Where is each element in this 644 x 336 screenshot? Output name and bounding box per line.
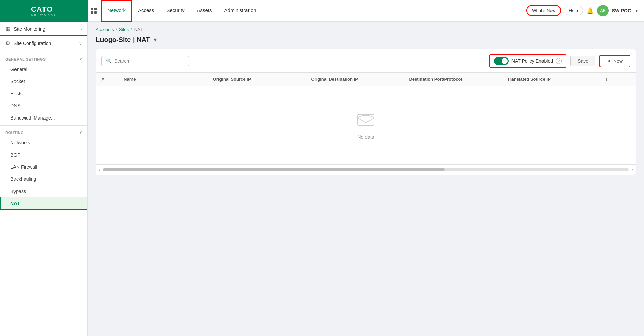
svg-rect-2 xyxy=(91,11,93,14)
save-button[interactable]: Save xyxy=(570,56,595,66)
scrollbar-area: ‹ › xyxy=(96,164,636,175)
svg-rect-3 xyxy=(94,11,97,14)
config-icon: ⚙ xyxy=(5,40,10,46)
sidebar-item-lan-firewall[interactable]: LAN Firewall xyxy=(0,161,87,173)
nat-policy-label: NAT Policy Enabled xyxy=(511,58,553,64)
col-header-name: Name xyxy=(118,73,207,86)
table-header-row: # Name Original Source IP Original Desti… xyxy=(96,73,636,86)
col-header-dst-port: Destination Port/Protocol xyxy=(404,73,502,86)
table-empty-row: No data xyxy=(96,86,636,164)
chevron-right-icon: › xyxy=(81,27,82,31)
breadcrumb-nat: NAT xyxy=(134,27,143,32)
plus-icon: ✦ xyxy=(607,58,611,64)
nat-toggle-group: NAT Policy Enabled ? xyxy=(489,54,566,68)
nav-right: What's New Help 🔔 AK SW-POC ▼ xyxy=(527,5,639,16)
nav-item-access[interactable]: Access xyxy=(132,0,160,22)
page-header: Luogo-Site | NAT ▼ xyxy=(88,35,644,49)
main-nav: Network Access Security Assets Administr… xyxy=(101,0,262,21)
help-button[interactable]: Help xyxy=(564,6,583,15)
svg-rect-0 xyxy=(91,8,93,10)
col-header-dst-ip: Original Destination IP xyxy=(305,73,404,86)
search-box[interactable]: 🔍 xyxy=(101,56,189,66)
data-table: # Name Original Source IP Original Desti… xyxy=(96,73,636,164)
col-header-src-ip: Original Source IP xyxy=(208,73,306,86)
search-input[interactable] xyxy=(114,58,185,64)
nav-item-security[interactable]: Security xyxy=(160,0,191,22)
scroll-left-icon[interactable]: ‹ xyxy=(96,166,103,173)
account-dropdown-icon[interactable]: ▼ xyxy=(635,8,639,13)
divider-2 xyxy=(0,125,87,126)
sidebar-item-dns[interactable]: DNS xyxy=(0,100,87,112)
avatar[interactable]: AK xyxy=(597,5,609,16)
main-content: Accounts / Sites / NAT Luogo-Site | NAT … xyxy=(88,22,644,336)
routing-header[interactable]: ROUTING ∨ xyxy=(0,127,87,137)
logo: CATO NETWORKS xyxy=(0,0,88,22)
divider xyxy=(0,52,87,52)
grid-icon[interactable] xyxy=(90,7,97,14)
whats-new-button[interactable]: What's New xyxy=(527,6,560,15)
no-data-text: No data xyxy=(357,134,374,140)
svg-rect-1 xyxy=(94,8,97,10)
nat-help-icon[interactable]: ? xyxy=(556,58,562,64)
logo-sub: NETWORKS xyxy=(31,13,57,16)
breadcrumb-sep-2: / xyxy=(131,27,132,32)
scroll-right-icon[interactable]: › xyxy=(629,166,636,173)
breadcrumb-accounts[interactable]: Accounts xyxy=(96,27,114,32)
logo-text: CATO xyxy=(31,5,57,14)
general-settings-header[interactable]: GENERAL SETTINGS ∨ xyxy=(0,54,87,63)
main-layout: ▦ Site Monitoring › ⚙ Site Configuration… xyxy=(0,22,644,336)
sidebar: ▦ Site Monitoring › ⚙ Site Configuration… xyxy=(0,22,88,336)
sidebar-item-general[interactable]: General xyxy=(0,63,87,75)
monitoring-icon: ▦ xyxy=(5,26,10,32)
svg-rect-4 xyxy=(358,114,374,125)
sidebar-item-bypass[interactable]: Bypass xyxy=(0,185,87,197)
bell-icon[interactable]: 🔔 xyxy=(586,7,594,14)
account-name[interactable]: SW-POC xyxy=(612,8,631,13)
table-container: 🔍 NAT Policy Enabled ? Save ✦ New xyxy=(96,49,636,175)
nat-policy-toggle[interactable] xyxy=(494,57,509,65)
sidebar-item-backhauling[interactable]: Backhauling xyxy=(0,173,87,185)
breadcrumb: Accounts / Sites / NAT xyxy=(88,22,644,35)
sidebar-item-bgp[interactable]: BGP xyxy=(0,149,87,161)
site-configuration-label: Site Configuration xyxy=(13,41,76,46)
sidebar-item-nat[interactable]: NAT xyxy=(0,197,87,209)
page-title: Luogo-Site | NAT xyxy=(96,36,150,44)
scroll-track[interactable] xyxy=(103,168,629,171)
col-header-trans-src: Translated Source IP xyxy=(502,73,600,86)
sidebar-item-networks[interactable]: Networks xyxy=(0,137,87,149)
site-monitoring-label: Site Monitoring xyxy=(14,26,77,32)
search-icon: 🔍 xyxy=(106,58,112,64)
sidebar-item-hosts[interactable]: Hosts xyxy=(0,88,87,100)
sidebar-item-socket[interactable]: Socket xyxy=(0,75,87,88)
chevron-down-icon: ∨ xyxy=(79,57,82,61)
nav-item-network[interactable]: Network xyxy=(101,0,132,22)
scroll-thumb[interactable] xyxy=(103,168,445,171)
table-toolbar: 🔍 NAT Policy Enabled ? Save ✦ New xyxy=(96,49,636,73)
col-header-hash: # xyxy=(96,73,118,86)
new-btn-label: New xyxy=(613,58,623,64)
chevron-down-icon: ∨ xyxy=(79,41,82,46)
no-data-icon xyxy=(356,110,375,130)
no-data-container: No data xyxy=(101,90,630,160)
col-header-t: T xyxy=(600,73,636,86)
no-data-cell: No data xyxy=(96,86,636,164)
sidebar-item-site-monitoring[interactable]: ▦ Site Monitoring › xyxy=(0,22,87,36)
sidebar-item-bandwidth[interactable]: Bandwidth Manage... xyxy=(0,112,87,124)
nav-item-administration[interactable]: Administration xyxy=(218,0,262,22)
nav-item-assets[interactable]: Assets xyxy=(191,0,218,22)
sidebar-item-site-configuration[interactable]: ⚙ Site Configuration ∨ xyxy=(0,36,87,51)
page-title-dropdown-icon[interactable]: ▼ xyxy=(153,37,158,43)
breadcrumb-sites[interactable]: Sites xyxy=(119,27,129,32)
chevron-down-icon: ∨ xyxy=(79,130,82,135)
new-button[interactable]: ✦ New xyxy=(599,55,630,67)
breadcrumb-sep-1: / xyxy=(116,27,117,32)
top-nav: CATO NETWORKS Network Access Security As… xyxy=(0,0,644,22)
